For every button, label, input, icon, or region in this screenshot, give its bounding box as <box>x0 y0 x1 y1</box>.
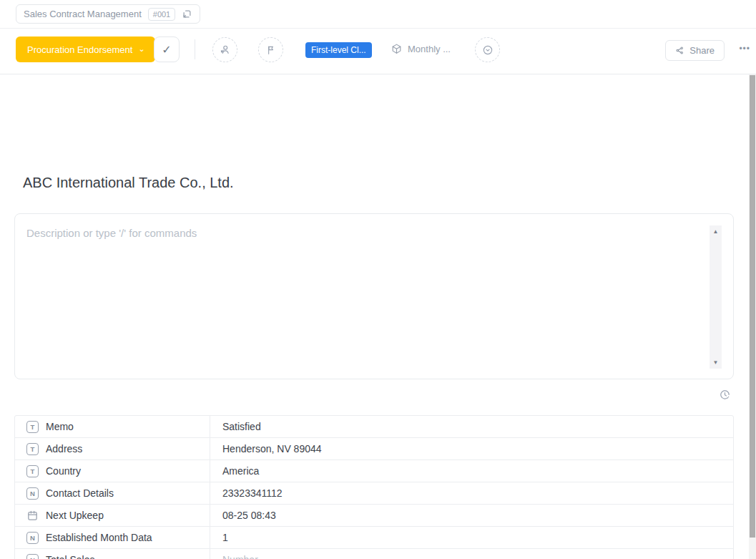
field-value[interactable]: 1 <box>210 527 733 548</box>
field-value[interactable]: Satisfied <box>210 416 733 437</box>
time-tracking-button[interactable] <box>475 37 500 62</box>
field-label: Next Upkeep <box>46 510 104 521</box>
field-label: Country <box>46 465 81 477</box>
priority-button[interactable] <box>258 37 283 62</box>
share-icon <box>675 46 684 55</box>
status-label: Procuration Endorsement <box>27 44 132 55</box>
number-field-icon: N <box>26 554 39 559</box>
mark-complete-button[interactable]: ✓ <box>154 37 180 62</box>
field-label: Established Month Data <box>46 532 152 543</box>
description-placeholder: Description or type '/' for commands <box>26 227 197 239</box>
number-field-icon: N <box>26 532 39 544</box>
status-dropdown-button[interactable]: Procuration Endorsement ⌄ <box>16 37 155 62</box>
date-field-icon <box>26 510 39 522</box>
field-label: Memo <box>46 421 74 432</box>
cube-icon <box>391 43 403 55</box>
toolbar-divider <box>195 39 195 59</box>
field-row-address: T Address Henderson, NV 89044 <box>15 438 733 460</box>
text-field-icon: T <box>26 421 39 433</box>
field-value-placeholder[interactable]: Number <box>210 549 733 559</box>
task-content: ABC International Trade Co., Ltd. Descri… <box>0 74 749 559</box>
task-title[interactable]: ABC International Trade Co., Ltd. <box>23 175 234 191</box>
field-value[interactable]: 23323341112 <box>210 482 733 504</box>
custom-fields-table: T Memo Satisfied T Address Henderson, NV… <box>14 415 734 559</box>
top-bar: Sales Contract Management #001 <box>0 0 756 29</box>
edit-history-icon[interactable] <box>719 389 731 401</box>
breadcrumb-label: Sales Contract Management <box>24 9 142 19</box>
scroll-down-icon[interactable]: ▼ <box>713 356 719 369</box>
flag-icon <box>265 44 277 56</box>
field-row-total-sales: N Total Sales Number <box>15 549 733 559</box>
number-field-icon: N <box>26 487 39 500</box>
field-row-next-upkeep: Next Upkeep 08-25 08:43 <box>15 505 733 527</box>
task-detail-page: Sales Contract Management #001 Procurati… <box>0 0 756 559</box>
sprint-selector[interactable]: Monthly ... <box>391 43 451 55</box>
page-scrollbar-thumb[interactable] <box>750 75 755 538</box>
field-value[interactable]: America <box>210 460 733 482</box>
add-assignee-icon <box>219 44 231 56</box>
chevron-down-icon: ⌄ <box>138 45 144 53</box>
field-row-country: T Country America <box>15 460 733 482</box>
field-value[interactable]: 08-25 08:43 <box>210 505 733 526</box>
scroll-up-icon[interactable]: ▲ <box>713 225 719 238</box>
task-id-badge: #001 <box>148 8 175 21</box>
field-value[interactable]: Henderson, NV 89044 <box>210 438 733 460</box>
text-field-icon: T <box>26 443 39 455</box>
timer-icon <box>481 44 494 57</box>
share-label: Share <box>689 45 715 56</box>
field-row-memo: T Memo Satisfied <box>15 416 733 438</box>
field-label: Contact Details <box>46 487 114 499</box>
field-label: Total Sales <box>46 554 94 559</box>
field-row-established-month: N Established Month Data 1 <box>15 527 733 549</box>
description-editor[interactable]: Description or type '/' for commands ▲ ▼ <box>14 213 734 379</box>
tag-badge[interactable]: First-level Cl... <box>305 42 372 58</box>
share-button[interactable]: Share <box>665 40 725 61</box>
breadcrumb[interactable]: Sales Contract Management #001 <box>16 4 200 24</box>
add-assignee-button[interactable] <box>212 37 237 62</box>
more-menu-icon[interactable]: ••• <box>739 44 750 54</box>
field-row-contact-details: N Contact Details 23323341112 <box>15 482 733 505</box>
description-scrollbar[interactable]: ▲ ▼ <box>710 225 722 369</box>
task-toolbar: Procuration Endorsement ⌄ ✓ <box>0 29 756 74</box>
text-field-icon: T <box>26 465 39 477</box>
open-window-icon[interactable] <box>182 9 192 19</box>
page-scrollbar[interactable] <box>749 74 756 559</box>
field-label: Address <box>46 443 82 455</box>
sprint-label: Monthly ... <box>408 44 451 54</box>
check-icon: ✓ <box>162 43 171 57</box>
